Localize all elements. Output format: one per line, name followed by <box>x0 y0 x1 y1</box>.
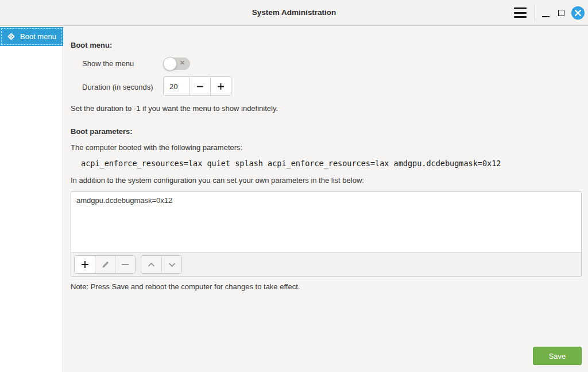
add-icon <box>80 260 90 269</box>
close-button[interactable] <box>571 6 585 20</box>
show-menu-label: Show the menu <box>82 59 134 68</box>
edit-parameter-button[interactable] <box>95 256 115 273</box>
system-administration-window: System Administration Boot menu Boo <box>0 0 588 372</box>
duration-hint: Set the duration to -1 if you want the m… <box>71 104 278 113</box>
list-item[interactable]: amdgpu.dcdebugmask=0x12 <box>71 192 581 205</box>
remove-parameter-button[interactable] <box>115 256 135 273</box>
custom-params-label: In addition to the system configuration … <box>71 176 364 185</box>
save-note: Note: Press Save and reboot the computer… <box>71 282 300 291</box>
duration-spinbox: 20 <box>163 76 231 96</box>
duration-decrement-button[interactable] <box>189 77 210 95</box>
main-content: Boot menu: Show the menu ✕ Duration (in … <box>64 26 588 372</box>
custom-params-list[interactable]: amdgpu.dcdebugmask=0x12 <box>71 192 581 252</box>
remove-icon <box>121 260 130 269</box>
add-parameter-button[interactable] <box>75 256 95 273</box>
boot-parameters-heading: Boot parameters: <box>71 127 133 136</box>
booted-parameters-value: acpi_enforce_resources=lax quiet splash … <box>81 159 501 168</box>
duration-input[interactable]: 20 <box>164 77 189 95</box>
save-button[interactable]: Save <box>533 347 582 365</box>
list-toolbar <box>71 252 581 276</box>
move-button-group <box>141 255 182 274</box>
duration-increment-button[interactable] <box>210 77 231 95</box>
move-up-icon <box>147 260 156 269</box>
sidebar-item-boot-menu[interactable]: Boot menu <box>0 27 63 46</box>
custom-params-listbox: amdgpu.dcdebugmask=0x12 <box>71 191 582 277</box>
sidebar-item-label: Boot menu <box>20 32 56 41</box>
duration-label: Duration (in seconds) <box>82 83 153 91</box>
toggle-off-x-icon: ✕ <box>180 59 185 67</box>
minimize-icon <box>542 16 550 17</box>
maximize-button[interactable] <box>556 6 567 20</box>
booted-with-label: The computer booted with the following p… <box>71 143 242 152</box>
move-up-button[interactable] <box>141 256 161 273</box>
plus-icon <box>216 82 225 91</box>
toggle-knob <box>163 57 177 71</box>
move-down-button[interactable] <box>161 256 181 273</box>
titlebar-separator <box>535 5 535 21</box>
show-menu-toggle[interactable]: ✕ <box>163 57 190 70</box>
boot-diamond-icon <box>6 32 16 41</box>
minus-icon <box>196 82 204 91</box>
menu-hamburger-icon[interactable] <box>514 7 528 18</box>
boot-menu-heading: Boot menu: <box>71 41 112 49</box>
minimize-button[interactable] <box>541 6 551 20</box>
close-icon <box>575 10 581 16</box>
edit-pencil-icon <box>101 260 110 269</box>
edit-button-group <box>74 255 136 274</box>
move-down-icon <box>168 260 176 269</box>
titlebar: System Administration <box>0 0 588 26</box>
sidebar: Boot menu <box>0 26 63 372</box>
window-title: System Administration <box>0 8 588 17</box>
maximize-icon <box>558 10 564 16</box>
